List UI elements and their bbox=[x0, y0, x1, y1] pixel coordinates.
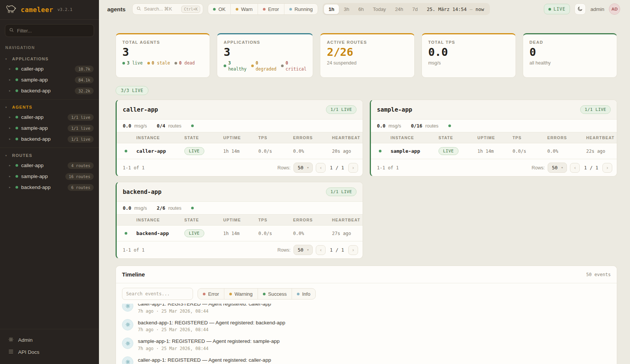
count-badge: 1/1 live bbox=[68, 114, 94, 121]
stat-sub-label: healthy bbox=[228, 66, 246, 72]
sidebar-item-label: caller-app bbox=[21, 66, 72, 72]
dead-dot bbox=[174, 62, 177, 65]
app-tps-value: 0.0 bbox=[377, 123, 386, 129]
time-range-7d[interactable]: 7d bbox=[408, 5, 422, 14]
app-health-dot bbox=[191, 124, 194, 127]
sidebar-item-admin[interactable]: Admin bbox=[0, 334, 99, 346]
sidebar-item-agents-backend-app[interactable]: ▸ backend-app 1/1 live bbox=[0, 134, 99, 144]
event-time: 7h ago · 25 Mar 2026, 08:44 bbox=[138, 346, 279, 351]
instance-name: caller-app bbox=[136, 148, 184, 154]
sidebar-item-routes-backend-app[interactable]: ▸ backend-app 6 routes bbox=[0, 182, 99, 193]
stale-dot bbox=[147, 62, 150, 65]
sidebar-item-agents-sample-app[interactable]: ▸ sample-app 1/1 live bbox=[0, 123, 99, 134]
instance-name: sample-app bbox=[391, 148, 439, 154]
sidebar-item-applications-sample-app[interactable]: ▸ sample-app 84.1k bbox=[0, 74, 99, 85]
time-range-24h[interactable]: 24h bbox=[391, 5, 408, 14]
sidebar-item-api-docs[interactable]: API Docs bbox=[0, 346, 99, 358]
chevron-right-icon: ▸ bbox=[9, 67, 12, 71]
warning-dot bbox=[229, 293, 232, 295]
global-search[interactable]: Ctrl+K bbox=[132, 3, 203, 15]
prev-page-button[interactable]: ‹ bbox=[570, 163, 580, 173]
info-dot bbox=[297, 293, 300, 295]
app-routes-value: 2/6 bbox=[157, 205, 165, 211]
app-tps-unit: msg/s bbox=[134, 123, 147, 129]
sidebar-item-routes-sample-app[interactable]: ▸ sample-app 16 routes bbox=[0, 171, 99, 182]
chip-label: Success bbox=[268, 291, 287, 297]
timeline-events-list[interactable]: caller-app-1: REGISTERED — Agent registe… bbox=[116, 304, 617, 364]
filter-chip-warn[interactable]: Warn bbox=[230, 4, 258, 14]
app-name: sample-app bbox=[377, 106, 412, 113]
section-title: AGENTS bbox=[12, 105, 32, 109]
next-page-button[interactable]: › bbox=[602, 163, 612, 173]
instance-table-row[interactable]: backend-app LIVE 1h 14m 0.0/s 0.0% 27s a… bbox=[117, 226, 363, 241]
timeline-event[interactable]: caller-app-1: REGISTERED — Agent registe… bbox=[122, 304, 611, 316]
instance-tps: 0.0/s bbox=[513, 149, 547, 154]
sidebar-item-applications-backend-app[interactable]: ▸ backend-app 32.2k bbox=[0, 85, 99, 96]
prev-page-button[interactable]: ‹ bbox=[316, 245, 326, 255]
instance-table-row[interactable]: sample-app LIVE 1h 14m 0.0/s 0.0% 22s ag… bbox=[371, 143, 617, 159]
instances-table-header: INSTANCE STATE UPTIME TPS ERRORS HEARTBE… bbox=[117, 132, 363, 143]
sidebar-item-routes-caller-app[interactable]: ▸ caller-app 4 routes bbox=[0, 160, 99, 171]
status-dot bbox=[15, 68, 18, 70]
time-range-3h[interactable]: 3h bbox=[339, 5, 354, 14]
instance-uptime: 1h 14m bbox=[477, 149, 513, 154]
search-input[interactable] bbox=[144, 6, 179, 12]
filter-input[interactable] bbox=[17, 28, 90, 34]
chevron-right-icon: ▸ bbox=[9, 164, 12, 167]
chevron-right-icon: ▸ bbox=[9, 175, 12, 178]
stat-title: TOTAL AGENTS bbox=[122, 40, 203, 45]
section-header-applications[interactable]: ▾ APPLICATIONS bbox=[0, 55, 99, 63]
time-range-today[interactable]: Today bbox=[368, 5, 391, 14]
sidebar-item-applications-caller-app[interactable]: ▸ caller-app 10.7k bbox=[0, 63, 99, 74]
timeline-search[interactable] bbox=[122, 288, 193, 300]
rows-per-page-select[interactable]: 50 ▾ bbox=[548, 163, 567, 173]
app-routes-unit: routes bbox=[168, 206, 182, 211]
timeline-event[interactable]: caller-app-1: REGISTERED — Agent registe… bbox=[122, 354, 611, 364]
section-header-agents[interactable]: ▾ AGENTS bbox=[0, 103, 99, 112]
app-tps-value: 0.0 bbox=[123, 123, 131, 129]
timeline-chip-warning[interactable]: Warning bbox=[224, 289, 258, 299]
brand-name: cameleer bbox=[21, 6, 53, 14]
timeline-search-input[interactable] bbox=[126, 291, 189, 296]
section-header-routes[interactable]: ▾ ROUTES bbox=[0, 152, 99, 160]
date-range-display[interactable]: 25. März 14:54 — now bbox=[422, 6, 488, 12]
filter-chip-error[interactable]: Error bbox=[258, 4, 284, 14]
sidebar-section-agents: ▾ AGENTS ▸ caller-app 1/1 live ▸ sample-… bbox=[0, 99, 99, 147]
overall-live-row: 3/3 LIVE bbox=[116, 86, 617, 95]
app-live-badge: 1/1 LIVE bbox=[580, 105, 611, 114]
live-status-badge[interactable]: LIVE bbox=[544, 4, 570, 14]
chevron-down-icon: ▾ bbox=[561, 166, 563, 169]
filter-chip-ok[interactable]: OK bbox=[208, 4, 230, 14]
filter-chip-running[interactable]: Running bbox=[284, 4, 318, 14]
prev-page-button[interactable]: ‹ bbox=[316, 163, 326, 173]
status-dot bbox=[15, 127, 18, 129]
time-range-6h[interactable]: 6h bbox=[354, 5, 368, 14]
live-dot bbox=[122, 62, 125, 65]
instance-table-row[interactable]: caller-app LIVE 1h 14m 0.0/s 0.0% 20s ag… bbox=[117, 143, 363, 159]
instance-uptime: 1h 14m bbox=[223, 149, 258, 154]
timeline-chip-success[interactable]: Success bbox=[258, 289, 292, 299]
theme-toggle-button[interactable] bbox=[574, 3, 586, 15]
table-footer: 1-1 of 1 Rows: 50 ▾ ‹ 1 / 1 › bbox=[117, 159, 363, 176]
next-page-button[interactable]: › bbox=[348, 163, 358, 173]
status-dot bbox=[15, 138, 18, 140]
avatar[interactable]: AD bbox=[609, 3, 620, 15]
rows-per-page-select[interactable]: 50 ▾ bbox=[293, 245, 313, 255]
time-range-1h[interactable]: 1h bbox=[324, 4, 339, 14]
timeline-event[interactable]: backend-app-1: REGISTERED — Agent regist… bbox=[122, 316, 611, 335]
state-badge: LIVE bbox=[184, 229, 204, 237]
timeline-chip-info[interactable]: Info bbox=[292, 289, 315, 299]
instance-name: backend-app bbox=[136, 230, 184, 236]
rows-per-page-select[interactable]: 50 ▾ bbox=[293, 163, 313, 173]
stat-card-total-tps: TOTAL TPS 0.0 msg/s bbox=[422, 33, 516, 78]
app-stats-row: 0.0 msg/s 2/6 routes bbox=[117, 202, 363, 214]
next-page-button[interactable]: › bbox=[348, 245, 358, 255]
sidebar-item-agents-caller-app[interactable]: ▸ caller-app 1/1 live bbox=[0, 112, 99, 123]
timeline-event[interactable]: sample-app-1: REGISTERED — Agent registe… bbox=[122, 335, 611, 354]
row-range: 1-1 of 1 bbox=[123, 165, 145, 170]
keyboard-shortcut-badge: Ctrl+K bbox=[181, 6, 200, 13]
chevron-right-icon: ▸ bbox=[9, 126, 12, 130]
state-badge: LIVE bbox=[439, 147, 459, 155]
timeline-chip-error[interactable]: Error bbox=[198, 289, 224, 299]
sidebar-filter[interactable] bbox=[5, 24, 94, 37]
